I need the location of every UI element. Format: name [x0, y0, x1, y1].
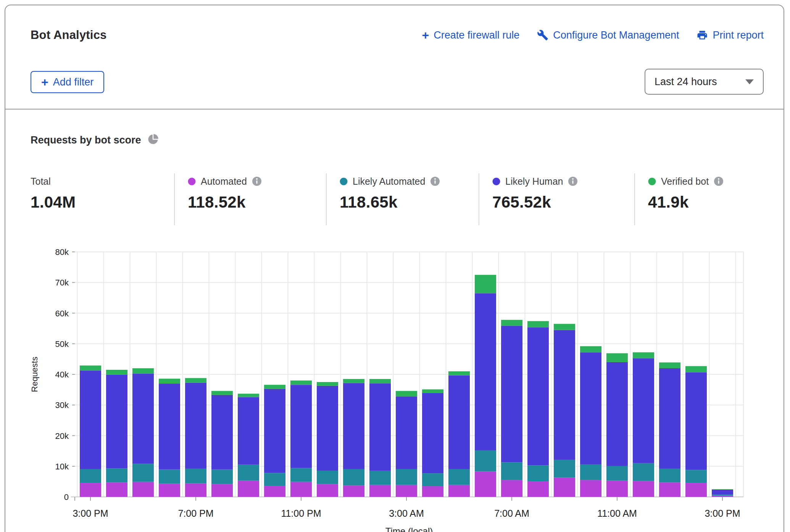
bar-segment[interactable]	[659, 363, 680, 368]
bar-segment[interactable]	[580, 480, 601, 497]
bar-segment[interactable]	[501, 326, 522, 462]
bar-segment[interactable]	[580, 346, 601, 352]
bar-segment[interactable]	[396, 485, 417, 497]
bar-segment[interactable]	[290, 482, 312, 497]
bar-segment[interactable]	[343, 469, 364, 485]
bar-segment[interactable]	[448, 469, 470, 485]
bar-segment[interactable]	[501, 480, 522, 497]
requests-by-bot-score-chart[interactable]: 010k20k30k40k50k60k70k80k3:00 PM7:00 PM1…	[0, 242, 790, 532]
bar-segment[interactable]	[132, 374, 154, 464]
bar-segment[interactable]	[659, 368, 680, 469]
bar-segment[interactable]	[448, 371, 470, 375]
bar-segment[interactable]	[369, 383, 391, 471]
bar-segment[interactable]	[80, 469, 101, 483]
bar-segment[interactable]	[422, 473, 443, 486]
bar-segment[interactable]	[633, 352, 654, 358]
bar-segment[interactable]	[422, 389, 443, 393]
bar-segment[interactable]	[343, 485, 364, 497]
bar-segment[interactable]	[475, 275, 496, 293]
add-filter-button[interactable]: + Add filter	[31, 71, 104, 93]
bar-segment[interactable]	[238, 480, 259, 497]
bar-segment[interactable]	[422, 393, 443, 473]
bar-segment[interactable]	[317, 382, 338, 386]
time-range-dropdown[interactable]: Last 24 hours	[645, 69, 764, 95]
bar-segment[interactable]	[712, 496, 733, 497]
bar-segment[interactable]	[317, 471, 338, 484]
bar-segment[interactable]	[185, 484, 206, 497]
bar-segment[interactable]	[475, 471, 496, 497]
bar-segment[interactable]	[106, 482, 127, 497]
bar-segment[interactable]	[185, 378, 206, 383]
bar-segment[interactable]	[343, 383, 364, 469]
bar-segment[interactable]	[211, 484, 233, 497]
bar-segment[interactable]	[159, 379, 180, 384]
bar-segment[interactable]	[211, 470, 233, 484]
bar-segment[interactable]	[369, 485, 391, 497]
bar-segment[interactable]	[448, 485, 470, 497]
bar-segment[interactable]	[238, 394, 259, 397]
bar-segment[interactable]	[527, 321, 549, 327]
bar-segment[interactable]	[80, 483, 101, 497]
bar-segment[interactable]	[554, 477, 575, 497]
bar-segment[interactable]	[80, 366, 101, 371]
bar-segment[interactable]	[396, 391, 417, 396]
bar-segment[interactable]	[211, 395, 233, 470]
bar-segment[interactable]	[554, 460, 575, 478]
bar-segment[interactable]	[527, 327, 549, 465]
bar-segment[interactable]	[448, 375, 470, 469]
create-firewall-rule-link[interactable]: + Create firewall rule	[422, 29, 519, 41]
bar-segment[interactable]	[580, 352, 601, 464]
bar-segment[interactable]	[264, 389, 285, 473]
bar-segment[interactable]	[685, 366, 707, 372]
bar-segment[interactable]	[317, 386, 338, 471]
bar-segment[interactable]	[132, 482, 154, 497]
bar-segment[interactable]	[475, 293, 496, 450]
bar-segment[interactable]	[159, 484, 180, 497]
bar-segment[interactable]	[290, 380, 312, 385]
bar-segment[interactable]	[106, 468, 127, 482]
bar-segment[interactable]	[369, 471, 391, 485]
bar-segment[interactable]	[712, 489, 733, 490]
info-icon[interactable]	[714, 176, 724, 186]
bar-segment[interactable]	[159, 470, 180, 484]
bar-segment[interactable]	[527, 481, 549, 497]
bar-segment[interactable]	[396, 397, 417, 469]
bar-segment[interactable]	[554, 330, 575, 460]
bar-segment[interactable]	[633, 481, 654, 497]
bar-segment[interactable]	[685, 372, 707, 470]
bar-segment[interactable]	[106, 375, 127, 469]
bar-segment[interactable]	[580, 464, 601, 480]
bar-segment[interactable]	[264, 473, 285, 486]
print-report-link[interactable]: Print report	[696, 29, 764, 41]
bar-segment[interactable]	[606, 353, 628, 362]
bar-segment[interactable]	[317, 484, 338, 497]
bar-segment[interactable]	[606, 480, 628, 497]
bar-segment[interactable]	[106, 370, 127, 375]
bar-segment[interactable]	[685, 470, 707, 483]
bar-segment[interactable]	[633, 358, 654, 463]
bar-segment[interactable]	[396, 469, 417, 485]
bar-segment[interactable]	[633, 463, 654, 481]
bar-segment[interactable]	[475, 450, 496, 471]
bar-segment[interactable]	[238, 465, 259, 481]
bar-segment[interactable]	[527, 465, 549, 481]
bar-segment[interactable]	[343, 379, 364, 383]
bar-segment[interactable]	[501, 462, 522, 480]
bar-segment[interactable]	[159, 384, 180, 470]
bar-segment[interactable]	[606, 466, 628, 481]
bar-segment[interactable]	[185, 469, 206, 484]
bar-segment[interactable]	[712, 495, 733, 495]
bar-segment[interactable]	[606, 362, 628, 466]
bar-segment[interactable]	[290, 385, 312, 468]
bar-segment[interactable]	[422, 486, 443, 497]
bar-segment[interactable]	[264, 486, 285, 497]
bar-segment[interactable]	[80, 371, 101, 469]
bar-segment[interactable]	[501, 320, 522, 326]
configure-bot-management-link[interactable]: Configure Bot Management	[537, 29, 679, 41]
bar-segment[interactable]	[132, 464, 154, 482]
bar-segment[interactable]	[659, 469, 680, 482]
bar-segment[interactable]	[185, 383, 206, 469]
bar-segment[interactable]	[554, 324, 575, 330]
bar-segment[interactable]	[132, 368, 154, 374]
bar-segment[interactable]	[659, 482, 680, 497]
